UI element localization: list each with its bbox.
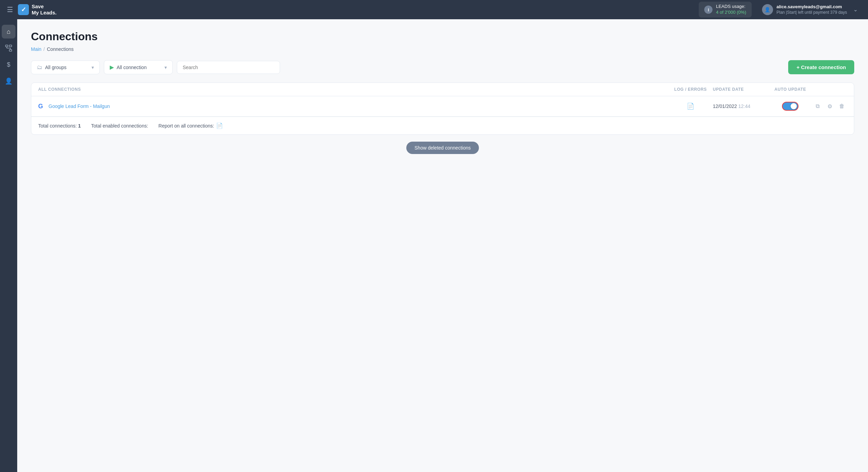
groups-dropdown-label: All groups bbox=[45, 65, 66, 70]
col-header-connections: ALL CONNECTIONS bbox=[38, 87, 668, 92]
chevron-down-icon: ▾ bbox=[164, 65, 167, 70]
chevron-down-icon: ⌄ bbox=[853, 6, 858, 13]
auto-update-toggle-cell[interactable] bbox=[768, 102, 813, 111]
copy-button[interactable]: ⧉ bbox=[813, 101, 823, 111]
sidebar-item-home[interactable]: ⌂ bbox=[2, 25, 15, 39]
total-connections: Total connections: 1 bbox=[38, 123, 81, 129]
avatar: 👤 bbox=[762, 4, 773, 15]
update-date-cell: 12/01/2022 12:44 bbox=[713, 103, 768, 109]
hamburger-icon[interactable]: ☰ bbox=[7, 6, 13, 14]
groups-dropdown[interactable]: 🗂 All groups ▾ bbox=[31, 61, 100, 74]
connection-type-label: All connection bbox=[117, 65, 147, 70]
leads-usage-text: LEADS usage: 4 of 2'000 (0%) bbox=[716, 4, 746, 15]
table-row: G Google Lead Form - Mailgun 📄 12/01/202… bbox=[31, 96, 854, 117]
breadcrumb-separator: / bbox=[43, 46, 45, 52]
auto-update-toggle[interactable] bbox=[782, 102, 799, 111]
log-icon[interactable]: 📄 bbox=[687, 102, 694, 110]
leads-usage-icon: i bbox=[704, 6, 712, 14]
search-field[interactable] bbox=[177, 61, 280, 74]
report-icon[interactable]: 📄 bbox=[216, 122, 223, 129]
connection-name-link[interactable]: G Google Lead Form - Mailgun bbox=[38, 103, 668, 110]
table-header: ALL CONNECTIONS LOG / ERRORS UPDATE DATE… bbox=[31, 83, 854, 96]
play-icon: ▶ bbox=[110, 64, 114, 70]
logo-icon: ✓ bbox=[18, 4, 29, 15]
page-title: Connections bbox=[31, 30, 854, 43]
show-deleted-button[interactable]: Show deleted connections bbox=[406, 142, 479, 154]
col-header-log: LOG / ERRORS bbox=[668, 87, 713, 92]
log-errors-cell[interactable]: 📄 bbox=[668, 102, 713, 110]
user-info: alice.savemyleads@gmail.com Plan |Start|… bbox=[776, 4, 847, 15]
toggle-knob bbox=[791, 103, 797, 109]
delete-button[interactable]: 🗑 bbox=[837, 101, 847, 111]
show-deleted-section: Show deleted connections bbox=[31, 142, 854, 154]
google-icon: G bbox=[38, 103, 45, 110]
row-actions: ⧉ ⚙ 🗑 bbox=[813, 101, 847, 111]
sidebar-item-billing[interactable]: $ bbox=[2, 58, 15, 72]
main-content: Connections Main / Connections 🗂 All gro… bbox=[17, 19, 868, 472]
breadcrumb-current: Connections bbox=[47, 46, 74, 52]
logo-check-icon: ✓ bbox=[21, 6, 26, 13]
sidebar-item-connections[interactable] bbox=[2, 41, 15, 55]
connection-name: Google Lead Form - Mailgun bbox=[49, 103, 110, 109]
create-connection-button[interactable]: + Create connection bbox=[788, 60, 854, 74]
logo[interactable]: ✓ Save My Leads. bbox=[18, 3, 57, 16]
user-menu[interactable]: 👤 alice.savemyleads@gmail.com Plan |Star… bbox=[759, 2, 861, 17]
update-time-value: 12:44 bbox=[738, 103, 750, 109]
svg-rect-2 bbox=[9, 50, 12, 51]
sidebar-item-profile[interactable]: 👤 bbox=[2, 74, 15, 88]
connections-table: ALL CONNECTIONS LOG / ERRORS UPDATE DATE… bbox=[31, 83, 854, 135]
logo-text: Save My Leads. bbox=[32, 3, 57, 16]
chevron-down-icon: ▾ bbox=[92, 65, 94, 70]
search-input[interactable] bbox=[183, 65, 274, 70]
folder-icon: 🗂 bbox=[37, 64, 42, 70]
leads-usage-widget[interactable]: i LEADS usage: 4 of 2'000 (0%) bbox=[699, 2, 752, 18]
update-date-value: 12/01/2022 bbox=[713, 103, 737, 109]
col-header-actions bbox=[813, 87, 847, 92]
sidebar: ⌂ $ 👤 bbox=[0, 19, 17, 472]
col-header-update: UPDATE DATE bbox=[713, 87, 768, 92]
connection-type-dropdown[interactable]: ▶ All connection ▾ bbox=[104, 60, 173, 74]
table-footer: Total connections: 1 Total enabled conne… bbox=[31, 117, 854, 134]
toolbar: 🗂 All groups ▾ ▶ All connection ▾ + Crea… bbox=[31, 60, 854, 74]
settings-button[interactable]: ⚙ bbox=[825, 101, 835, 111]
breadcrumb-main-link[interactable]: Main bbox=[31, 46, 41, 52]
svg-rect-0 bbox=[6, 45, 8, 47]
total-enabled: Total enabled connections: bbox=[91, 123, 148, 129]
svg-rect-1 bbox=[9, 45, 12, 47]
breadcrumb: Main / Connections bbox=[31, 46, 854, 52]
col-header-auto: AUTO UPDATE bbox=[768, 87, 813, 92]
report-all[interactable]: Report on all connections: 📄 bbox=[159, 122, 223, 129]
